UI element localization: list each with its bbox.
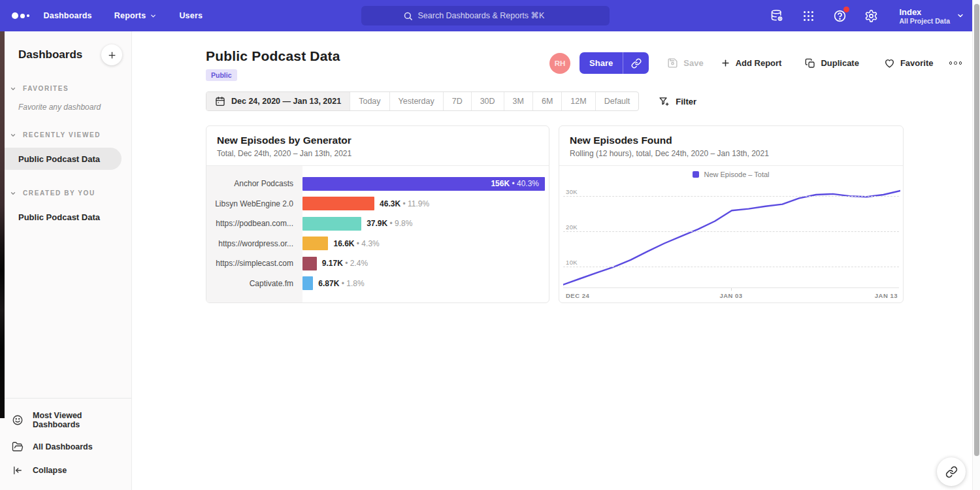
preset-3m[interactable]: 3M — [504, 92, 532, 110]
chevron-down-icon — [10, 190, 16, 197]
section-label: CREATED BY YOU — [23, 189, 95, 197]
topbar: Dashboards Reports Users Index All Proje… — [0, 0, 980, 31]
chevron-down-icon — [150, 12, 157, 20]
bar-chart-card: New Episodes by Generator Total, Dec 24t… — [206, 125, 549, 303]
sidebar-section-created-by-you[interactable]: CREATED BY YOU — [0, 189, 131, 197]
bar-track: 6.87K • 1.8% — [302, 276, 545, 290]
all-dashboards-button[interactable]: All Dashboards — [0, 435, 131, 459]
bar[interactable] — [302, 217, 361, 231]
date-range-picker[interactable]: Dec 24, 2020 — Jan 13, 2021 — [206, 92, 350, 110]
bar-row: Captivate.fm6.87K • 1.8% — [206, 274, 549, 294]
notification-dot — [843, 7, 849, 12]
line-chart-card: New Episodes Found Rolling (12 hours), t… — [559, 125, 904, 303]
data-sources-icon[interactable] — [770, 8, 784, 23]
filter-funnel-icon — [659, 96, 670, 107]
sidebar-title: Dashboards — [18, 48, 82, 61]
favorite-button[interactable]: Favorite — [880, 57, 938, 69]
bar-category-label: https://simplecast.com — [206, 259, 302, 268]
save-button[interactable]: Save — [663, 57, 707, 69]
duplicate-icon — [805, 58, 815, 69]
line-chart-plot: 10K20K30K — [563, 182, 899, 287]
bar[interactable] — [302, 197, 374, 210]
sidebar-item-public-podcast-data[interactable]: Public Podcast Data — [0, 148, 122, 170]
footer-item-label: All Dashboards — [33, 442, 93, 451]
favorites-empty-text: Favorite any dashboard — [0, 92, 131, 112]
preset-today[interactable]: Today — [350, 92, 389, 110]
folder-icon — [12, 441, 24, 453]
collapse-sidebar-button[interactable]: Collapse — [0, 459, 131, 482]
bar[interactable] — [302, 276, 313, 290]
line-chart-title: New Episodes Found — [570, 135, 892, 146]
search-icon — [403, 11, 413, 21]
bar[interactable] — [302, 257, 317, 270]
bar-row: https://wordpress.or...16.6K • 4.3% — [206, 234, 549, 254]
sidebar-item-label: Public Podcast Data — [18, 154, 100, 164]
nav-reports[interactable]: Reports — [114, 11, 157, 20]
section-label: FAVORITES — [23, 85, 69, 92]
avatar[interactable]: RH — [549, 53, 570, 74]
share-button[interactable]: Share — [580, 52, 649, 74]
bar-value-label: 9.17K • 2.4% — [322, 259, 368, 268]
footer-item-label: Collapse — [33, 466, 67, 475]
copy-page-link-button[interactable] — [937, 457, 966, 486]
help-icon[interactable] — [832, 8, 847, 23]
most-viewed-dashboards-button[interactable]: Most Viewed Dashboards — [0, 405, 131, 435]
duplicate-button[interactable]: Duplicate — [801, 58, 863, 69]
bar-track: 156K • 40.3% — [302, 177, 545, 191]
nav-dashboards-label: Dashboards — [44, 11, 92, 20]
nav-dashboards[interactable]: Dashboards — [44, 11, 92, 20]
preset-30d[interactable]: 30D — [471, 92, 504, 110]
scrollbar-thumb[interactable] — [974, 4, 979, 456]
y-tick-label: 20K — [566, 223, 578, 231]
preset-default[interactable]: Default — [595, 92, 639, 110]
nav-users-label: Users — [179, 11, 203, 20]
search-input[interactable] — [418, 11, 568, 20]
bar-category-label: Anchor Podcasts — [206, 179, 302, 188]
nav-users[interactable]: Users — [179, 11, 203, 20]
sidebar-item-public-podcast-data-created[interactable]: Public Podcast Data — [0, 206, 131, 228]
bar-chart-subtitle: Total, Dec 24th, 2020 – Jan 13th, 2021 — [217, 149, 538, 158]
favorite-label: Favorite — [900, 58, 934, 68]
background-window-edge — [0, 31, 5, 418]
sidebar-section-recently-viewed[interactable]: RECENTLY VIEWED — [0, 131, 131, 139]
bar-row: Anchor Podcasts156K • 40.3% — [206, 174, 549, 194]
preset-12m[interactable]: 12M — [561, 92, 595, 110]
bar-value-label: 46.3K • 11.9% — [380, 199, 429, 208]
sidebar-section-favorites[interactable]: FAVORITES — [0, 85, 131, 92]
add-dashboard-button[interactable] — [101, 44, 122, 65]
gridline: 10K — [563, 267, 899, 267]
bar-track: 9.17K • 2.4% — [302, 257, 545, 270]
add-report-button[interactable]: Add Report — [717, 58, 786, 68]
page-title: Public Podcast Data — [206, 48, 340, 64]
x-tick-label: JAN 03 — [719, 292, 742, 299]
bar-category-label: https://wordpress.or... — [206, 239, 302, 248]
x-tick-label: JAN 13 — [875, 292, 898, 299]
share-button-label[interactable]: Share — [580, 52, 623, 74]
link-icon — [945, 466, 958, 478]
section-label: RECENTLY VIEWED — [23, 131, 101, 139]
apps-grid-icon[interactable] — [801, 8, 815, 23]
preset-7d[interactable]: 7D — [443, 92, 471, 110]
bar-row: https://simplecast.com9.17K • 2.4% — [206, 253, 549, 274]
duplicate-label: Duplicate — [821, 58, 859, 68]
copy-link-button[interactable] — [623, 52, 649, 74]
global-search[interactable] — [361, 6, 610, 25]
bar[interactable]: 156K • 40.3% — [302, 177, 545, 191]
nav-reports-label: Reports — [114, 11, 146, 20]
more-options-button[interactable] — [947, 61, 965, 65]
bar-chart-rows: Anchor Podcasts156K • 40.3%Libsyn WebEng… — [206, 166, 549, 293]
project-switcher[interactable]: Index All Project Data — [899, 7, 964, 25]
settings-icon[interactable] — [864, 8, 878, 23]
bar-chart: Anchor Podcasts156K • 40.3%Libsyn WebEng… — [206, 166, 549, 302]
filter-button[interactable]: Filter — [659, 96, 696, 107]
date-range-control: Dec 24, 2020 — Jan 13, 2021 Today Yester… — [206, 91, 639, 111]
bar[interactable] — [302, 237, 328, 250]
project-name: Index — [899, 7, 950, 17]
y-tick-label: 10K — [566, 259, 578, 266]
preset-6m[interactable]: 6M — [532, 92, 561, 110]
x-tick-label: DEC 24 — [566, 292, 589, 299]
preset-yesterday[interactable]: Yesterday — [389, 92, 443, 110]
app-logo-icon[interactable] — [0, 12, 44, 19]
plus-icon — [721, 58, 730, 68]
save-icon — [667, 57, 678, 69]
